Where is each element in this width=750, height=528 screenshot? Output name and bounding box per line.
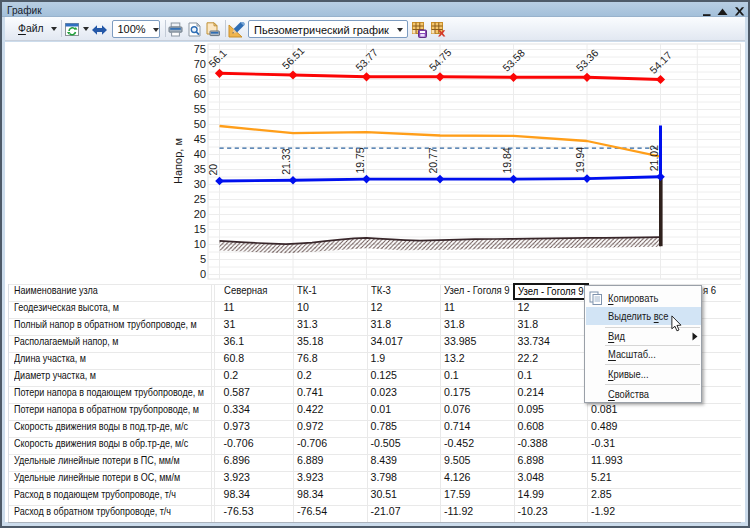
svg-text:55: 55 — [194, 103, 206, 115]
svg-text:30: 30 — [194, 178, 206, 190]
svg-text:19.94: 19.94 — [574, 147, 586, 173]
svg-text:40: 40 — [194, 148, 206, 160]
svg-text:15: 15 — [194, 223, 206, 235]
svg-text:20: 20 — [207, 164, 219, 176]
svg-text:60: 60 — [194, 88, 206, 100]
svg-text:45: 45 — [194, 133, 206, 145]
svg-text:65: 65 — [194, 73, 206, 85]
svg-text:25: 25 — [194, 193, 206, 205]
svg-text:19.75: 19.75 — [354, 147, 366, 173]
svg-text:75: 75 — [194, 43, 206, 55]
svg-text:35: 35 — [194, 163, 206, 175]
svg-text:50: 50 — [194, 118, 206, 130]
svg-text:10: 10 — [194, 238, 206, 250]
svg-text:20.77: 20.77 — [427, 147, 439, 173]
svg-text:0: 0 — [200, 268, 206, 280]
svg-text:19.84: 19.84 — [501, 147, 513, 173]
svg-text:5: 5 — [200, 253, 206, 265]
svg-text:20: 20 — [194, 208, 206, 220]
svg-text:21.02: 21.02 — [648, 145, 660, 171]
svg-text:21.33: 21.33 — [280, 148, 292, 174]
svg-text:70: 70 — [194, 58, 206, 70]
svg-text:56.1: 56.1 — [206, 47, 229, 70]
svg-text:Напор, м: Напор, м — [172, 138, 184, 184]
